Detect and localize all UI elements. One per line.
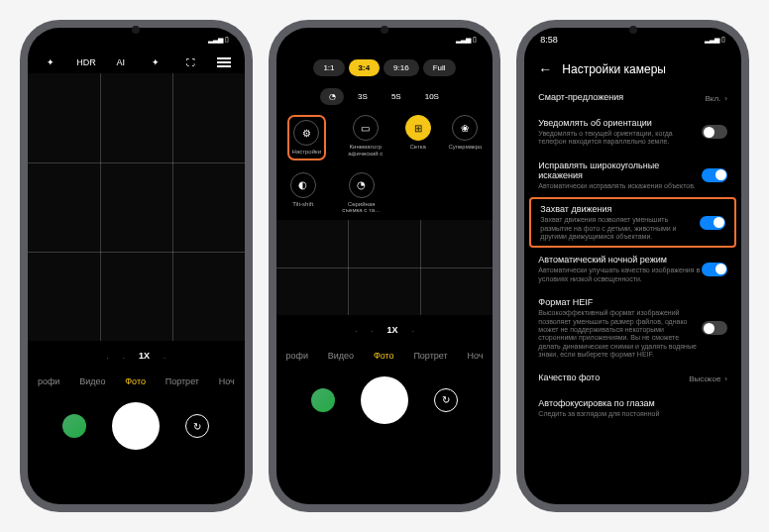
grid-icon: ⊞ bbox=[405, 115, 431, 141]
ai-toggle[interactable]: AI bbox=[112, 57, 130, 67]
settings-option[interactable]: ⚙ Настройки bbox=[292, 120, 321, 156]
back-arrow-icon[interactable]: ← bbox=[538, 61, 552, 77]
settings-header: ← Настройки камеры bbox=[524, 52, 741, 85]
cinematic-icon: ▭ bbox=[353, 115, 379, 141]
tiltshift-option[interactable]: ◐ Tilt-shift bbox=[290, 172, 316, 214]
orientation-toggle[interactable] bbox=[702, 125, 727, 139]
gallery-thumbnail[interactable] bbox=[311, 388, 335, 412]
mode-portrait[interactable]: Портрет bbox=[413, 351, 447, 361]
mode-pro[interactable]: рофи bbox=[38, 376, 59, 386]
switch-camera-icon[interactable]: ↻ bbox=[434, 388, 458, 412]
setting-motion-capture: Захват движения Захват движения позволяе… bbox=[529, 197, 736, 248]
switch-camera-icon[interactable]: ↻ bbox=[185, 414, 209, 438]
status-time: 8:58 bbox=[540, 35, 558, 45]
aspect-9-16[interactable]: 9:16 bbox=[384, 59, 419, 76]
setting-heif: Формат HEIF Высокоэффективный формат изо… bbox=[524, 290, 741, 366]
camera-toolbar: ✦ HDR AI ✦ ⛶ bbox=[28, 52, 245, 73]
grid-option[interactable]: ⊞ Сетка bbox=[405, 115, 431, 160]
zoom-selector[interactable]: . . 1X . bbox=[28, 341, 245, 371]
options-row-2: ◐ Tilt-shift ◔ Серийная съемка с та… bbox=[276, 166, 494, 220]
scan-toggle[interactable]: ⛶ bbox=[181, 57, 199, 67]
distortion-toggle[interactable] bbox=[702, 168, 727, 182]
timer-10s[interactable]: 10S bbox=[415, 88, 449, 105]
mode-night[interactable]: Ноч bbox=[219, 376, 235, 386]
gallery-thumbnail[interactable] bbox=[62, 414, 86, 438]
menu-icon[interactable] bbox=[217, 57, 231, 67]
mode-selector[interactable]: рофи Видео Фото Портрет Ноч bbox=[28, 371, 245, 392]
aspect-3-4[interactable]: 3:4 bbox=[349, 59, 381, 76]
mode-night[interactable]: Ноч bbox=[467, 351, 483, 361]
viewfinder[interactable] bbox=[28, 73, 245, 341]
aspect-ratio-row: 1:1 3:4 9:16 Full bbox=[276, 52, 494, 80]
heif-toggle[interactable] bbox=[702, 321, 727, 335]
timer-5s[interactable]: 5S bbox=[382, 88, 411, 105]
aspect-full[interactable]: Full bbox=[423, 59, 456, 76]
flash-toggle[interactable]: ✦ bbox=[42, 57, 59, 67]
mode-pro[interactable]: рофи bbox=[286, 351, 308, 361]
filter-toggle[interactable]: ✦ bbox=[147, 57, 165, 67]
hdr-toggle[interactable]: HDR bbox=[76, 57, 94, 67]
zoom-1x[interactable]: 1X bbox=[387, 325, 398, 335]
gear-icon: ⚙ bbox=[293, 120, 319, 146]
setting-quality[interactable]: Качество фото Высокое› bbox=[524, 366, 741, 391]
mode-photo[interactable]: Фото bbox=[374, 351, 394, 361]
viewfinder[interactable] bbox=[276, 220, 494, 315]
aspect-1-1[interactable]: 1:1 bbox=[313, 59, 344, 76]
setting-orientation: Уведомлять об ориентации Уведомлять о те… bbox=[524, 111, 741, 154]
mode-video[interactable]: Видео bbox=[79, 376, 105, 386]
page-title: Настройки камеры bbox=[562, 62, 666, 76]
burst-option[interactable]: ◔ Серийная съемка с та… bbox=[340, 172, 384, 214]
shutter-button[interactable] bbox=[361, 376, 408, 424]
timer-icon[interactable]: ◔ bbox=[320, 88, 344, 105]
shutter-button[interactable] bbox=[112, 402, 160, 450]
setting-distortion: Исправлять широкоугольные искажения Авто… bbox=[524, 154, 741, 197]
setting-autofocus: Автофокусировка по глазам Следить за взг… bbox=[524, 391, 741, 425]
mode-photo[interactable]: Фото bbox=[125, 376, 146, 386]
zoom-selector[interactable]: .. 1X . bbox=[276, 315, 494, 345]
macro-icon: ❀ bbox=[452, 115, 478, 141]
night-mode-toggle[interactable] bbox=[702, 263, 727, 276]
mode-selector[interactable]: рофи Видео Фото Портрет Ноч bbox=[276, 345, 494, 367]
setting-night-mode: Автоматический ночной режим Автоматическ… bbox=[524, 248, 741, 290]
zoom-1x[interactable]: 1X bbox=[139, 351, 150, 361]
mode-video[interactable]: Видео bbox=[328, 351, 354, 361]
tiltshift-icon: ◐ bbox=[290, 172, 316, 198]
setting-smart-suggestions[interactable]: Смарт-предложения Вкл.› bbox=[524, 85, 741, 111]
cinematic-option[interactable]: ▭ Кинематогр афический с bbox=[344, 115, 387, 160]
motion-capture-toggle[interactable] bbox=[700, 216, 725, 230]
mode-portrait[interactable]: Портрет bbox=[165, 376, 199, 386]
burst-icon: ◔ bbox=[349, 172, 375, 198]
timer-3s[interactable]: 3S bbox=[348, 88, 378, 105]
supermacro-option[interactable]: ❀ Супермакро bbox=[448, 115, 482, 160]
timer-row: ◔ 3S 5S 10S bbox=[276, 80, 494, 109]
options-row-1: ⚙ Настройки ▭ Кинематогр афический с ⊞ С… bbox=[276, 109, 494, 166]
